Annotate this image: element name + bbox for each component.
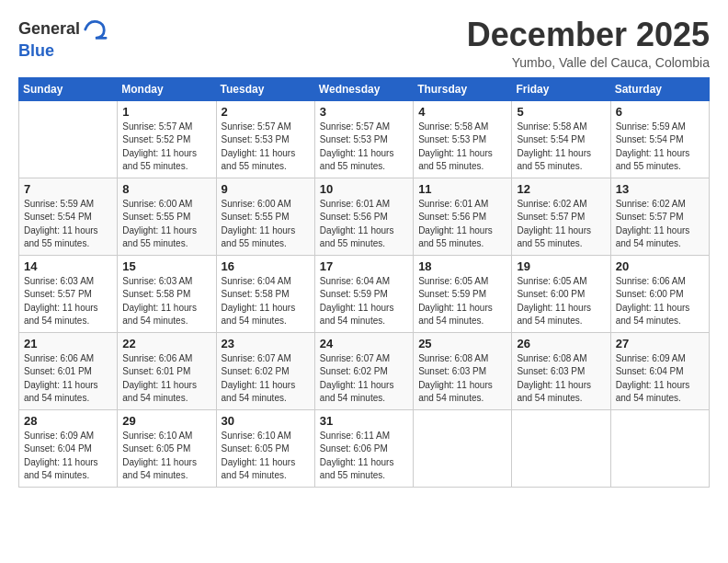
- day-info: Sunrise: 5:58 AM Sunset: 5:54 PM Dayligh…: [517, 121, 605, 174]
- day-info: Sunrise: 6:06 AM Sunset: 6:01 PM Dayligh…: [122, 352, 210, 406]
- calendar-cell: 24Sunrise: 6:07 AM Sunset: 6:02 PM Dayli…: [314, 332, 413, 409]
- day-of-week-header: Friday: [512, 77, 610, 100]
- day-number: 18: [418, 259, 506, 273]
- day-info: Sunrise: 6:01 AM Sunset: 5:56 PM Dayligh…: [320, 198, 408, 251]
- day-info: Sunrise: 6:00 AM Sunset: 5:55 PM Dayligh…: [222, 198, 310, 251]
- calendar-cell: 15Sunrise: 6:03 AM Sunset: 5:58 PM Dayli…: [118, 255, 216, 332]
- logo-general-text: General: [18, 20, 80, 39]
- location: Yumbo, Valle del Cauca, Colombia: [467, 55, 710, 70]
- day-number: 16: [222, 259, 310, 273]
- calendar-cell: 23Sunrise: 6:07 AM Sunset: 6:02 PM Dayli…: [216, 332, 314, 409]
- logo-blue: Blue: [18, 41, 54, 60]
- calendar-week-row: 28Sunrise: 6:09 AM Sunset: 6:04 PM Dayli…: [19, 409, 710, 487]
- day-number: 2: [222, 105, 310, 119]
- day-info: Sunrise: 6:07 AM Sunset: 6:02 PM Dayligh…: [222, 352, 310, 406]
- day-info: Sunrise: 6:07 AM Sunset: 6:02 PM Dayligh…: [320, 352, 408, 406]
- day-of-week-header: Monday: [118, 77, 216, 100]
- calendar-cell: 25Sunrise: 6:08 AM Sunset: 6:03 PM Dayli…: [414, 332, 512, 409]
- day-of-week-header: Saturday: [610, 77, 709, 100]
- calendar-week-row: 7Sunrise: 5:59 AM Sunset: 5:54 PM Daylig…: [19, 178, 710, 255]
- day-number: 26: [517, 337, 605, 350]
- day-info: Sunrise: 5:59 AM Sunset: 5:54 PM Dayligh…: [616, 121, 704, 174]
- calendar-cell: 17Sunrise: 6:04 AM Sunset: 5:59 PM Dayli…: [314, 255, 413, 332]
- day-number: 23: [222, 337, 310, 350]
- day-number: 20: [616, 259, 704, 273]
- day-info: Sunrise: 6:09 AM Sunset: 6:04 PM Dayligh…: [616, 352, 704, 406]
- day-info: Sunrise: 6:11 AM Sunset: 6:06 PM Dayligh…: [320, 430, 408, 483]
- calendar-cell: 16Sunrise: 6:04 AM Sunset: 5:58 PM Dayli…: [216, 255, 314, 332]
- day-info: Sunrise: 6:10 AM Sunset: 6:05 PM Dayligh…: [222, 430, 310, 483]
- page: General Blue December 2025 Yumbo, Valle …: [0, 0, 728, 497]
- day-info: Sunrise: 6:06 AM Sunset: 6:00 PM Dayligh…: [616, 275, 704, 328]
- calendar-cell: [19, 100, 118, 178]
- calendar-week-row: 21Sunrise: 6:06 AM Sunset: 6:01 PM Dayli…: [19, 332, 710, 409]
- day-number: 12: [517, 182, 605, 196]
- calendar-cell: 22Sunrise: 6:06 AM Sunset: 6:01 PM Dayli…: [118, 332, 216, 409]
- day-number: 6: [616, 105, 704, 119]
- day-number: 5: [517, 105, 605, 119]
- day-number: 29: [122, 414, 210, 428]
- logo: General Blue: [18, 17, 108, 61]
- day-number: 30: [222, 414, 310, 428]
- day-info: Sunrise: 6:04 AM Sunset: 5:59 PM Dayligh…: [320, 275, 408, 328]
- day-info: Sunrise: 5:57 AM Sunset: 5:52 PM Dayligh…: [122, 121, 210, 174]
- day-of-week-header: Wednesday: [314, 77, 413, 100]
- day-info: Sunrise: 6:08 AM Sunset: 6:03 PM Dayligh…: [418, 352, 506, 406]
- day-info: Sunrise: 6:08 AM Sunset: 6:03 PM Dayligh…: [517, 352, 605, 406]
- day-number: 17: [320, 259, 408, 273]
- calendar-cell: 26Sunrise: 6:08 AM Sunset: 6:03 PM Dayli…: [512, 332, 610, 409]
- calendar-week-row: 1Sunrise: 5:57 AM Sunset: 5:52 PM Daylig…: [19, 100, 710, 178]
- calendar-cell: 9Sunrise: 6:00 AM Sunset: 5:55 PM Daylig…: [216, 178, 314, 255]
- calendar-header-row: SundayMondayTuesdayWednesdayThursdayFrid…: [19, 77, 710, 100]
- calendar-cell: [512, 409, 610, 487]
- day-info: Sunrise: 6:03 AM Sunset: 5:57 PM Dayligh…: [24, 275, 112, 328]
- calendar-cell: 14Sunrise: 6:03 AM Sunset: 5:57 PM Dayli…: [19, 255, 118, 332]
- calendar-cell: 13Sunrise: 6:02 AM Sunset: 5:57 PM Dayli…: [610, 178, 709, 255]
- logo-general: General: [18, 19, 80, 38]
- day-info: Sunrise: 6:05 AM Sunset: 5:59 PM Dayligh…: [418, 275, 506, 328]
- calendar-cell: 27Sunrise: 6:09 AM Sunset: 6:04 PM Dayli…: [610, 332, 709, 409]
- day-info: Sunrise: 6:10 AM Sunset: 6:05 PM Dayligh…: [122, 430, 210, 483]
- day-number: 4: [418, 105, 506, 119]
- calendar-cell: 29Sunrise: 6:10 AM Sunset: 6:05 PM Dayli…: [118, 409, 216, 487]
- day-number: 7: [24, 182, 112, 196]
- day-number: 27: [616, 337, 704, 350]
- day-number: 14: [24, 259, 112, 273]
- calendar-cell: 12Sunrise: 6:02 AM Sunset: 5:57 PM Dayli…: [512, 178, 610, 255]
- calendar-cell: 31Sunrise: 6:11 AM Sunset: 6:06 PM Dayli…: [314, 409, 413, 487]
- calendar-cell: 6Sunrise: 5:59 AM Sunset: 5:54 PM Daylig…: [610, 100, 709, 178]
- day-info: Sunrise: 6:06 AM Sunset: 6:01 PM Dayligh…: [24, 352, 112, 406]
- calendar-cell: 20Sunrise: 6:06 AM Sunset: 6:00 PM Dayli…: [610, 255, 709, 332]
- day-info: Sunrise: 5:57 AM Sunset: 5:53 PM Dayligh…: [222, 121, 310, 174]
- calendar-cell: 3Sunrise: 5:57 AM Sunset: 5:53 PM Daylig…: [314, 100, 413, 178]
- day-number: 25: [418, 337, 506, 350]
- day-number: 28: [24, 414, 112, 428]
- calendar-cell: 11Sunrise: 6:01 AM Sunset: 5:56 PM Dayli…: [414, 178, 512, 255]
- day-info: Sunrise: 5:59 AM Sunset: 5:54 PM Dayligh…: [24, 198, 112, 251]
- logo-icon: [82, 17, 108, 42]
- calendar-cell: [414, 409, 512, 487]
- day-info: Sunrise: 6:05 AM Sunset: 6:00 PM Dayligh…: [517, 275, 605, 328]
- calendar-cell: 18Sunrise: 6:05 AM Sunset: 5:59 PM Dayli…: [414, 255, 512, 332]
- day-number: 9: [222, 182, 310, 196]
- day-info: Sunrise: 6:01 AM Sunset: 5:56 PM Dayligh…: [418, 198, 506, 251]
- calendar-cell: 1Sunrise: 5:57 AM Sunset: 5:52 PM Daylig…: [118, 100, 216, 178]
- day-info: Sunrise: 6:04 AM Sunset: 5:58 PM Dayligh…: [222, 275, 310, 328]
- day-number: 11: [418, 182, 506, 196]
- day-number: 10: [320, 182, 408, 196]
- day-number: 15: [122, 259, 210, 273]
- title-block: December 2025 Yumbo, Valle del Cauca, Co…: [467, 17, 710, 70]
- day-of-week-header: Tuesday: [216, 77, 314, 100]
- day-of-week-header: Sunday: [19, 77, 118, 100]
- day-number: 24: [320, 337, 408, 350]
- calendar-cell: 7Sunrise: 5:59 AM Sunset: 5:54 PM Daylig…: [19, 178, 118, 255]
- day-info: Sunrise: 6:02 AM Sunset: 5:57 PM Dayligh…: [616, 198, 704, 251]
- day-info: Sunrise: 5:58 AM Sunset: 5:53 PM Dayligh…: [418, 121, 506, 174]
- calendar-table: SundayMondayTuesdayWednesdayThursdayFrid…: [18, 77, 710, 488]
- day-number: 22: [122, 337, 210, 350]
- day-number: 31: [320, 414, 408, 428]
- day-info: Sunrise: 6:03 AM Sunset: 5:58 PM Dayligh…: [122, 275, 210, 328]
- day-info: Sunrise: 6:00 AM Sunset: 5:55 PM Dayligh…: [122, 198, 210, 251]
- day-info: Sunrise: 6:09 AM Sunset: 6:04 PM Dayligh…: [24, 430, 112, 483]
- day-number: 8: [122, 182, 210, 196]
